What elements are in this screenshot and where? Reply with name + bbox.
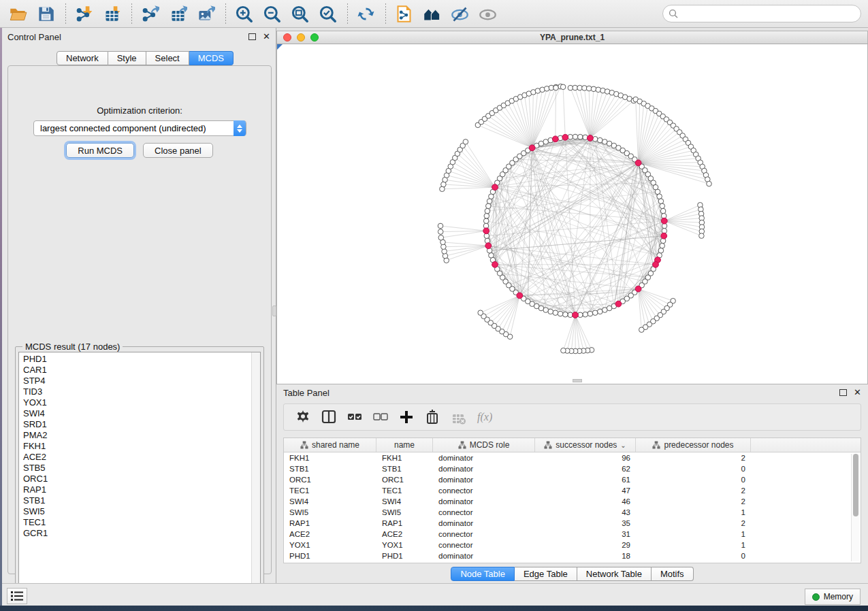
network-node[interactable] <box>438 229 443 235</box>
table-row[interactable]: FKH1FKH1dominator962 <box>284 452 861 463</box>
table-row[interactable]: SWI4SWI4dominator462 <box>284 496 861 507</box>
memory-button[interactable]: Memory <box>805 589 861 605</box>
tab-style[interactable]: Style <box>108 51 146 65</box>
network-node[interactable] <box>489 253 494 259</box>
table-scrollbar-thumb[interactable] <box>853 454 858 516</box>
float-table-panel-icon[interactable] <box>839 389 847 396</box>
network-node[interactable] <box>660 243 665 248</box>
network-node[interactable] <box>598 309 603 314</box>
mcds-hub-node[interactable] <box>661 233 667 239</box>
network-node[interactable] <box>657 194 662 199</box>
mcds-hub-node[interactable] <box>615 301 622 307</box>
criterion-dropdown[interactable]: largest connected component (undirected) <box>33 120 246 136</box>
mcds-hub-node[interactable] <box>483 228 489 234</box>
mcds-hub-node[interactable] <box>492 184 498 191</box>
delete-column-button[interactable] <box>423 408 442 427</box>
network-node[interactable] <box>484 214 489 219</box>
show-all-button[interactable] <box>477 3 498 24</box>
network-node[interactable] <box>561 348 566 353</box>
mcds-result-node[interactable]: RAP1 <box>23 484 260 495</box>
export-table-button[interactable] <box>167 3 189 24</box>
network-node[interactable] <box>553 310 558 316</box>
zoom-in-button[interactable] <box>233 3 255 24</box>
network-node[interactable] <box>483 218 489 224</box>
mcds-result-node[interactable]: FKH1 <box>23 441 260 452</box>
select-all-button[interactable] <box>345 408 364 427</box>
table-row[interactable]: SWI5SWI5connector431 <box>284 507 861 518</box>
table-tab-network-table[interactable]: Network Table <box>577 567 652 581</box>
mcds-hub-node[interactable] <box>635 160 641 166</box>
column-header-name[interactable]: name <box>376 438 433 452</box>
mcds-result-node[interactable]: STB5 <box>23 463 260 474</box>
run-mcds-button[interactable]: Run MCDS <box>66 143 134 158</box>
show-columns-button[interactable] <box>319 408 338 427</box>
network-node[interactable] <box>558 311 563 316</box>
table-row[interactable]: ORC1ORC1dominator610 <box>284 474 861 485</box>
mcds-result-node[interactable]: STB1 <box>23 495 260 506</box>
import-network-button[interactable] <box>73 3 95 24</box>
network-node[interactable] <box>543 139 549 145</box>
network-node[interactable] <box>478 310 483 316</box>
network-node[interactable] <box>486 203 492 209</box>
mcds-result-node[interactable]: PMA2 <box>23 430 260 441</box>
table-row[interactable]: RAP1RAP1dominator352 <box>284 518 861 529</box>
network-node[interactable] <box>660 208 666 214</box>
open-file-button[interactable] <box>7 3 29 24</box>
column-header-MCDS-role[interactable]: MCDS role <box>433 438 535 452</box>
mcds-hub-node[interactable] <box>492 261 498 267</box>
table-settings-button[interactable] <box>293 408 312 427</box>
mcds-hub-node[interactable] <box>573 312 579 318</box>
mcds-result-node[interactable]: PHD1 <box>23 354 260 365</box>
table-tab-edge-table[interactable]: Edge Table <box>515 567 577 581</box>
network-node[interactable] <box>463 139 468 145</box>
new-network-from-selection-button[interactable] <box>393 3 415 24</box>
mcds-result-list[interactable]: PHD1CAR1STP4TID3YOX1SWI4SRD1PMA2FKH1ACE2… <box>18 352 261 595</box>
tab-select[interactable]: Select <box>146 51 189 65</box>
network-node[interactable] <box>583 312 588 317</box>
network-node[interactable] <box>639 327 645 333</box>
table-row[interactable]: ACE2ACE2connector311 <box>284 529 861 540</box>
mcds-result-node[interactable]: SWI4 <box>23 408 260 419</box>
network-canvas[interactable] <box>276 44 868 384</box>
mcds-hub-node[interactable] <box>635 286 641 292</box>
network-graph[interactable] <box>277 44 867 383</box>
export-network-button[interactable] <box>139 3 161 24</box>
task-history-button[interactable] <box>7 588 27 604</box>
network-node[interactable] <box>438 235 444 241</box>
tab-network[interactable]: Network <box>57 51 108 65</box>
column-header-predecessor-nodes[interactable]: predecessor nodes <box>636 438 751 452</box>
network-node[interactable] <box>588 311 593 316</box>
table-scrollbar[interactable] <box>851 454 859 561</box>
network-node[interactable] <box>560 84 566 90</box>
column-header-successor-nodes[interactable]: successor nodes⌄ <box>535 438 636 452</box>
network-node[interactable] <box>658 248 664 254</box>
table-tab-node-table[interactable]: Node Table <box>451 567 515 581</box>
mcds-result-node[interactable]: CAR1 <box>23 365 260 376</box>
import-table-button[interactable] <box>101 3 123 24</box>
add-column-button[interactable] <box>397 408 416 427</box>
network-node[interactable] <box>660 203 665 209</box>
first-neighbors-button[interactable] <box>421 3 443 24</box>
mcds-hub-node[interactable] <box>485 243 492 249</box>
save-session-button[interactable] <box>35 3 57 24</box>
mcds-result-node[interactable]: STP4 <box>23 376 260 386</box>
network-node[interactable] <box>573 134 578 139</box>
result-list-scrollbar[interactable] <box>251 352 260 594</box>
mcds-result-node[interactable]: TEC1 <box>23 517 260 528</box>
table-row[interactable]: PHD1PHD1dominator180 <box>284 550 861 561</box>
zoom-out-button[interactable] <box>261 3 283 24</box>
mcds-hub-node[interactable] <box>588 135 594 142</box>
mcds-result-node[interactable]: SRD1 <box>23 419 260 430</box>
mcds-result-node[interactable]: GCR1 <box>23 528 260 539</box>
float-panel-icon[interactable] <box>248 33 256 40</box>
tab-mcds[interactable]: MCDS <box>189 51 234 65</box>
network-node[interactable] <box>553 85 559 90</box>
splitter-grip-horizontal[interactable] <box>573 379 582 382</box>
network-node[interactable] <box>699 233 705 239</box>
table-row[interactable]: STB1STB1dominator620 <box>284 463 861 474</box>
search-input[interactable] <box>662 5 861 22</box>
close-table-panel-icon[interactable]: ✕ <box>854 389 861 396</box>
network-node[interactable] <box>602 308 608 313</box>
network-node[interactable] <box>563 312 568 317</box>
refresh-layout-button[interactable] <box>355 3 376 24</box>
